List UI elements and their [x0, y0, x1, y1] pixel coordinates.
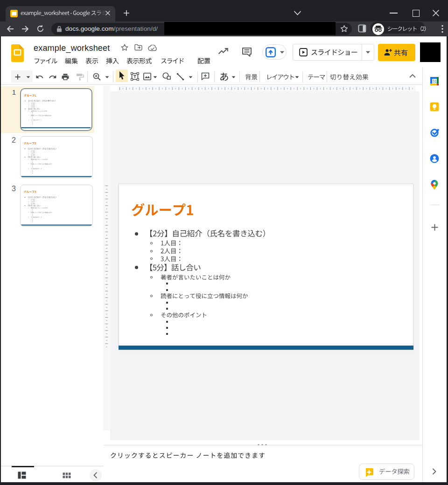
svg-text:31: 31: [432, 79, 437, 83]
